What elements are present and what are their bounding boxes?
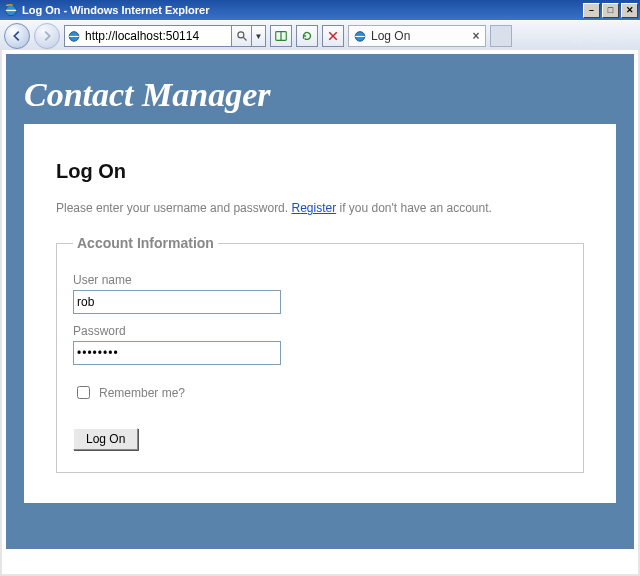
username-label: User name — [73, 273, 567, 287]
page-icon — [67, 29, 81, 43]
tab-title: Log On — [371, 29, 410, 43]
titlebar: Log On - Windows Internet Explorer – □ ✕ — [0, 0, 640, 20]
site-brand: Contact Manager — [24, 76, 616, 114]
command-bar — [569, 29, 636, 44]
search-dropdown[interactable]: ▼ — [252, 25, 266, 47]
viewport: Contact Manager Log On Please enter your… — [0, 50, 640, 576]
ie-icon — [4, 3, 18, 17]
address-bar[interactable] — [64, 25, 232, 47]
maximize-button[interactable]: □ — [602, 3, 619, 18]
username-input[interactable] — [73, 290, 281, 314]
url-input[interactable] — [83, 28, 229, 44]
forward-button[interactable] — [34, 23, 60, 49]
instruction-pre: Please enter your username and password. — [56, 201, 291, 215]
svg-point-2 — [237, 32, 243, 38]
browser-tab[interactable]: Log On × — [348, 25, 486, 47]
search-button[interactable] — [232, 25, 252, 47]
page-body: Contact Manager Log On Please enter your… — [6, 54, 634, 549]
password-input[interactable] — [73, 341, 281, 365]
fieldset-legend: Account Information — [73, 235, 218, 251]
compat-view-button[interactable] — [270, 25, 292, 47]
remember-label: Remember me? — [99, 386, 185, 400]
instruction-text: Please enter your username and password.… — [56, 201, 584, 215]
address-bar-group: ▼ — [64, 25, 266, 47]
toolbar: ▼ Log On × — [0, 20, 640, 52]
tab-favicon — [353, 29, 367, 43]
account-fieldset: Account Information User name Password R… — [56, 235, 584, 473]
password-label: Password — [73, 324, 567, 338]
minimize-button[interactable]: – — [583, 3, 600, 18]
favorites-icon[interactable] — [592, 29, 607, 44]
browser-window: Log On - Windows Internet Explorer – □ ✕ — [0, 0, 640, 576]
page-heading: Log On — [56, 160, 584, 183]
stop-button[interactable] — [322, 25, 344, 47]
window-title: Log On - Windows Internet Explorer — [22, 4, 581, 16]
instruction-post: if you don't have an account. — [336, 201, 492, 215]
tools-icon[interactable] — [615, 29, 630, 44]
content-card: Log On Please enter your username and pa… — [24, 124, 616, 503]
svg-point-6 — [620, 33, 626, 39]
back-button[interactable] — [4, 23, 30, 49]
register-link[interactable]: Register — [291, 201, 336, 215]
remember-row: Remember me? — [73, 383, 567, 402]
close-button[interactable]: ✕ — [621, 3, 638, 18]
home-icon[interactable] — [569, 29, 584, 44]
svg-rect-4 — [280, 32, 281, 41]
logon-button[interactable]: Log On — [73, 428, 138, 450]
refresh-button[interactable] — [296, 25, 318, 47]
remember-checkbox[interactable] — [77, 386, 90, 399]
new-tab-button[interactable] — [490, 25, 512, 47]
tab-close-icon[interactable]: × — [472, 29, 479, 43]
window-controls: – □ ✕ — [581, 3, 638, 18]
